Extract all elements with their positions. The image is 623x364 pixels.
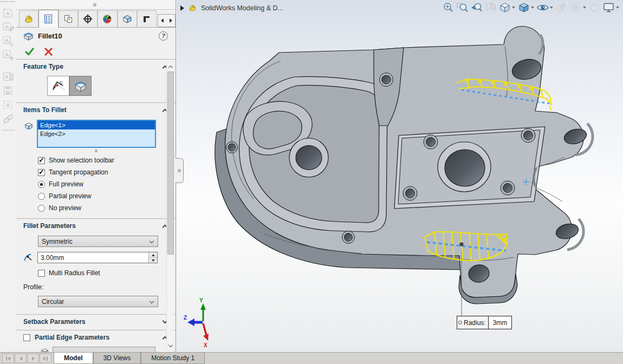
edge-selection-icon <box>40 347 49 352</box>
panel-scrollbar[interactable] <box>166 62 174 350</box>
svg-text:D: D <box>53 84 56 88</box>
tab-cam-tree[interactable] <box>118 10 137 27</box>
show-selection-toolbar-checkbox[interactable] <box>38 157 45 164</box>
scrollbar-thumb[interactable] <box>167 72 174 255</box>
viewport-3d[interactable]: Y Z X SolidWorks Modeling & D... <box>177 0 623 352</box>
tab-scroll-left-icon[interactable] <box>161 18 164 23</box>
edit-appearance-icon[interactable] <box>555 2 568 14</box>
help-icon[interactable]: ? <box>159 31 168 41</box>
annotation-frame-icon[interactable]: A <box>2 99 15 112</box>
partial-preview-radio[interactable] <box>38 193 45 200</box>
manual-fillet-button[interactable] <box>69 76 92 96</box>
svg-text:A: A <box>5 37 9 43</box>
section-view-icon[interactable] <box>484 2 497 14</box>
panel-collapse-handle[interactable] <box>176 158 184 183</box>
move-annotation-icon[interactable]: A <box>2 35 15 48</box>
ok-button[interactable] <box>24 47 35 57</box>
multi-radius-checkbox[interactable] <box>38 270 45 277</box>
previous-view-icon[interactable] <box>470 2 483 14</box>
options-display-icon[interactable] <box>602 2 615 14</box>
dropdown-caret-icon[interactable] <box>583 6 586 9</box>
tab-featuremanager-tree[interactable] <box>19 10 38 27</box>
svg-text:A: A <box>6 102 10 108</box>
tab-configuration-manager[interactable] <box>59 10 78 27</box>
tangent-propagation-checkbox[interactable] <box>38 169 45 176</box>
edge-list-item[interactable]: Edge<1> <box>38 121 155 129</box>
profile-label: Profile: <box>23 283 176 291</box>
save-annotation-icon[interactable] <box>2 84 15 98</box>
triad-x-label: X <box>204 342 207 348</box>
callout-anchor-dot <box>460 243 463 246</box>
listbox-resize-handle[interactable] <box>95 150 98 152</box>
radius-input[interactable]: 3.00mm <box>37 252 158 263</box>
annotation-status-icon[interactable]: A <box>2 70 15 83</box>
view-orientation-icon[interactable] <box>498 2 511 14</box>
dropdown-caret-icon[interactable] <box>550 6 553 9</box>
spin-up-icon[interactable] <box>149 252 157 258</box>
add-annotation-icon[interactable]: A <box>2 49 15 62</box>
property-manager-body: Feature Type DD Items To Fillet Edge<1> <box>16 59 176 352</box>
bottom-tab-bar: Model 3D Views Motion Study 1 <box>0 352 623 364</box>
profile-dropdown[interactable]: Circular <box>38 296 158 307</box>
apply-scene-icon[interactable] <box>569 2 582 14</box>
tab-motion-study-1[interactable]: Motion Study 1 <box>141 353 205 364</box>
hide-show-items-icon[interactable] <box>536 2 549 14</box>
section-items-to-fillet[interactable]: Items To Fillet <box>16 102 176 116</box>
scroll-down-icon[interactable] <box>167 342 174 350</box>
tab-scroll-right-icon[interactable] <box>170 18 172 23</box>
panel-splitter[interactable] <box>16 0 176 10</box>
svg-text:A: A <box>5 51 9 57</box>
dropdown-caret-icon[interactable] <box>512 6 515 9</box>
section-label: Items To Fillet <box>23 106 67 114</box>
previous-study-button[interactable] <box>15 354 27 363</box>
dropdown-caret-icon[interactable] <box>531 6 534 9</box>
checkbox-label: Multi Radius Fillet <box>49 269 100 277</box>
display-style-icon[interactable] <box>517 2 530 14</box>
section-setback-parameters[interactable]: Setback Parameters <box>16 314 176 330</box>
edge-selection-listbox[interactable]: Edge<1> Edge<2> <box>37 120 156 148</box>
tab-scroll-arrows[interactable] <box>158 14 176 27</box>
full-preview-radio[interactable] <box>38 181 45 188</box>
section-fillet-parameters[interactable]: Fillet Parameters <box>16 218 176 232</box>
partial-edge-selection-field[interactable] <box>53 347 155 352</box>
part-model[interactable]: Y Z X <box>177 0 623 352</box>
radius-value-input[interactable]: 3mm <box>488 316 512 329</box>
scroll-up-icon[interactable] <box>167 62 174 70</box>
checkbox-label: Tangent propagation <box>49 168 108 176</box>
heads-up-view-toolbar <box>442 2 621 14</box>
view-settings-icon[interactable] <box>588 2 601 14</box>
document-title[interactable]: SolidWorks Modeling & D... <box>201 4 283 12</box>
chain-dimension-icon[interactable] <box>2 113 15 126</box>
edit-annotation-icon[interactable]: A <box>2 21 15 34</box>
tab-hidden[interactable] <box>137 10 157 27</box>
cancel-button[interactable] <box>43 47 54 57</box>
section-partial-edge-parameters[interactable]: Partial Edge Parameters <box>16 330 176 343</box>
fillet-xpert-button[interactable]: DD <box>47 76 69 96</box>
flyout-expand-icon[interactable] <box>180 5 184 11</box>
manager-tab-bar <box>16 10 176 28</box>
edge-selection-icon <box>24 121 34 131</box>
partial-edge-checkbox[interactable] <box>23 334 30 341</box>
tab-display-manager[interactable] <box>98 10 117 27</box>
symmetry-dropdown[interactable]: Symmetric <box>38 236 158 247</box>
spin-down-icon[interactable] <box>149 258 157 263</box>
no-preview-radio[interactable] <box>38 205 45 212</box>
zoom-to-area-icon[interactable] <box>456 2 469 14</box>
tab-dimxpert-manager[interactable] <box>78 10 98 27</box>
zoom-to-fit-icon[interactable] <box>442 2 455 14</box>
section-label: Partial Edge Parameters <box>35 334 109 341</box>
spell-checker-icon[interactable]: A <box>2 6 15 20</box>
svg-text:A: A <box>5 74 9 80</box>
tab-model[interactable]: Model <box>54 353 93 364</box>
first-study-button[interactable] <box>2 354 14 363</box>
tab-propertymanager[interactable] <box>38 10 58 28</box>
tab-3d-views[interactable]: 3D Views <box>93 353 141 364</box>
last-study-button[interactable] <box>40 354 51 363</box>
section-feature-type[interactable]: Feature Type <box>16 59 176 73</box>
radius-spinner[interactable] <box>148 252 157 263</box>
toolbar-drag-handle[interactable] <box>1 1 15 2</box>
svg-text:D: D <box>60 80 62 84</box>
next-study-button[interactable] <box>27 354 39 363</box>
dropdown-caret-icon[interactable] <box>616 6 619 9</box>
edge-list-item[interactable]: Edge<2> <box>38 129 155 138</box>
